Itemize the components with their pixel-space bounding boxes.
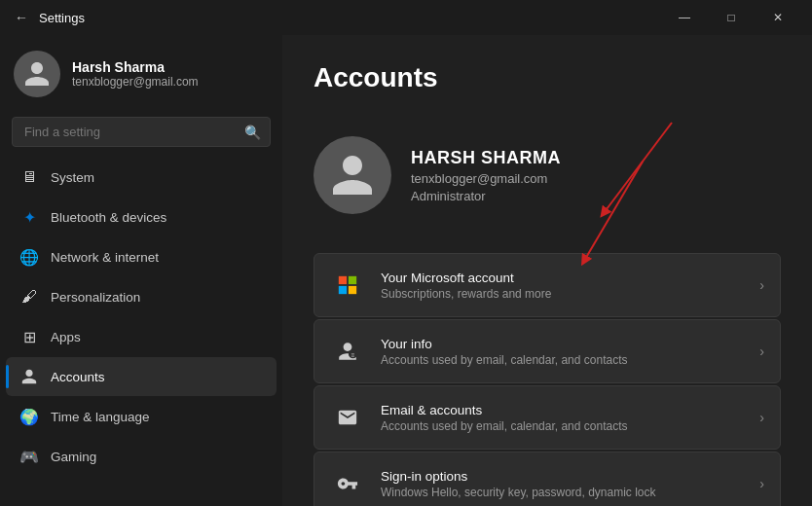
sidebar-item-system[interactable]: 🖥 System (6, 158, 277, 197)
signin-icon (330, 466, 365, 501)
app-title: Settings (39, 11, 85, 25)
settings-item-title-email: Email & accounts (381, 403, 744, 417)
svg-text:≡: ≡ (351, 351, 355, 358)
sidebar-item-gaming[interactable]: 🎮 Gaming (6, 437, 277, 476)
nav-list: 🖥 System ✦ Bluetooth & devices 🌐 Network… (0, 157, 282, 477)
settings-item-subtitle-signin: Windows Hello, security key, password, d… (381, 486, 744, 499)
email-icon (330, 400, 365, 435)
page-title: Accounts (314, 62, 781, 93)
sidebar: Harsh Sharma tenxblogger@gmail.com 🔍 🖥 S… (0, 35, 282, 506)
profile-card: HARSH SHARMA tenxblogger@gmail.com Admin… (314, 121, 781, 230)
settings-item-microsoft-account[interactable]: Your Microsoft account Subscriptions, re… (314, 253, 781, 317)
your-info-icon: ≡ (330, 334, 365, 369)
back-button[interactable]: ← (12, 8, 31, 27)
system-icon: 🖥 (19, 167, 39, 187)
chevron-right-icon: › (759, 277, 764, 293)
settings-item-your-info[interactable]: ≡ Your info Accounts used by email, cale… (314, 319, 781, 383)
search-input[interactable] (12, 117, 271, 147)
titlebar: ← Settings — □ ✕ (0, 0, 812, 35)
content-area: Accounts HARSH SHARMA tenxblogger@gmail.… (282, 35, 812, 506)
profile-info: HARSH SHARMA tenxblogger@gmail.com Admin… (411, 148, 561, 203)
titlebar-left: ← Settings (12, 8, 85, 27)
profile-avatar-large (314, 136, 391, 214)
profile-name: HARSH SHARMA (411, 148, 561, 168)
settings-item-signin[interactable]: Sign-in options Windows Hello, security … (314, 452, 781, 506)
chevron-right-icon-3: › (759, 410, 764, 425)
sidebar-label-time: Time & language (51, 410, 150, 424)
sidebar-avatar (14, 51, 60, 97)
settings-item-title-your-info: Your info (381, 337, 744, 351)
settings-item-subtitle-microsoft: Subscriptions, rewards and more (381, 287, 744, 301)
sidebar-profile-email: tenxblogger@gmail.com (72, 75, 199, 89)
microsoft-icon (330, 268, 365, 303)
sidebar-search-container: 🔍 (12, 117, 271, 147)
settings-item-title-microsoft: Your Microsoft account (381, 271, 744, 285)
settings-item-email-accounts[interactable]: Email & accounts Accounts used by email,… (314, 385, 781, 450)
settings-item-subtitle-email: Accounts used by email, calendar, and co… (381, 419, 744, 433)
settings-item-text-signin: Sign-in options Windows Hello, security … (381, 469, 744, 499)
sidebar-label-bluetooth: Bluetooth & devices (51, 210, 166, 225)
close-button[interactable]: ✕ (756, 2, 800, 33)
svg-rect-0 (339, 276, 347, 284)
svg-rect-2 (339, 286, 347, 294)
main-layout: Harsh Sharma tenxblogger@gmail.com 🔍 🖥 S… (0, 35, 812, 506)
sidebar-label-personalization: Personalization (51, 290, 140, 305)
personalization-icon: 🖌 (19, 287, 39, 307)
sidebar-item-apps[interactable]: ⊞ Apps (6, 317, 277, 356)
apps-icon: ⊞ (19, 327, 39, 346)
settings-item-text-microsoft: Your Microsoft account Subscriptions, re… (381, 271, 744, 301)
bluetooth-icon: ✦ (19, 207, 39, 227)
maximize-button[interactable]: □ (709, 2, 754, 33)
chevron-right-icon-2: › (759, 343, 764, 359)
sidebar-item-accounts[interactable]: Accounts (6, 357, 277, 396)
sidebar-item-personalization[interactable]: 🖌 Personalization (6, 277, 277, 316)
sidebar-item-time[interactable]: 🌍 Time & language (6, 397, 277, 436)
svg-rect-3 (349, 286, 356, 294)
settings-item-text-email: Email & accounts Accounts used by email,… (381, 403, 744, 433)
settings-item-text-your-info: Your info Accounts used by email, calend… (381, 337, 744, 367)
profile-email: tenxblogger@gmail.com (411, 171, 561, 186)
sidebar-label-network: Network & internet (51, 250, 159, 265)
gaming-icon: 🎮 (19, 447, 39, 466)
settings-item-subtitle-your-info: Accounts used by email, calendar, and co… (381, 353, 744, 367)
sidebar-profile-name: Harsh Sharma (72, 59, 199, 75)
sidebar-label-system: System (51, 170, 94, 185)
network-icon: 🌐 (19, 247, 39, 267)
minimize-button[interactable]: — (662, 2, 707, 33)
sidebar-label-gaming: Gaming (51, 450, 96, 464)
sidebar-item-bluetooth[interactable]: ✦ Bluetooth & devices (6, 198, 277, 236)
user-avatar-icon (22, 59, 52, 89)
sidebar-label-apps: Apps (51, 330, 81, 344)
settings-item-title-signin: Sign-in options (381, 469, 744, 484)
settings-list: Your Microsoft account Subscriptions, re… (314, 253, 781, 506)
accounts-icon (19, 367, 39, 386)
profile-avatar-icon (328, 151, 377, 199)
profile-role: Administrator (411, 189, 561, 203)
sidebar-profile[interactable]: Harsh Sharma tenxblogger@gmail.com (0, 35, 282, 113)
svg-rect-1 (349, 276, 356, 284)
time-icon: 🌍 (19, 407, 39, 426)
sidebar-profile-info: Harsh Sharma tenxblogger@gmail.com (72, 59, 199, 89)
chevron-right-icon-4: › (759, 476, 764, 491)
window-controls: — □ ✕ (662, 2, 800, 33)
search-icon: 🔍 (244, 125, 261, 140)
sidebar-label-accounts: Accounts (51, 370, 105, 384)
sidebar-item-network[interactable]: 🌐 Network & internet (6, 237, 277, 276)
